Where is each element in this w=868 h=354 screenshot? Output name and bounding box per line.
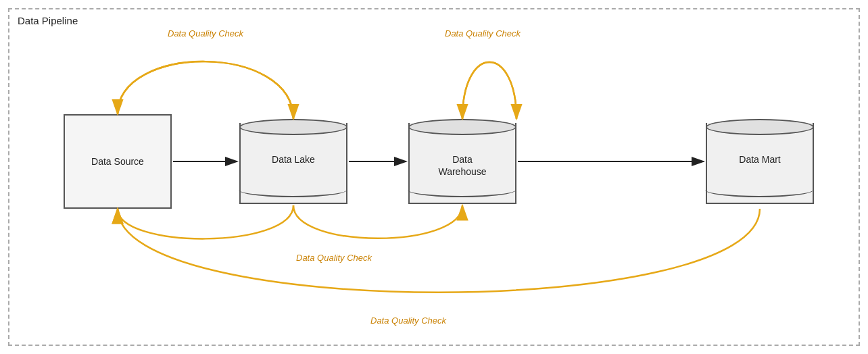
data-lake-top	[239, 119, 347, 135]
qc-label-bottom-middle: Data Quality Check	[266, 253, 402, 263]
data-warehouse-bottom	[408, 182, 516, 197]
qc-label-top-left: Data Quality Check	[138, 28, 273, 39]
data-warehouse-label: DataWarehouse	[438, 153, 486, 178]
data-source-label: Data Source	[91, 156, 144, 167]
data-lake-label: Data Lake	[272, 153, 315, 166]
data-mart-label: Data Mart	[739, 153, 780, 166]
data-mart-node: Data Mart	[706, 109, 814, 211]
data-warehouse-top	[408, 119, 516, 135]
pipeline-label: Data Pipeline	[18, 15, 78, 26]
data-lake-node: Data Lake	[239, 109, 347, 211]
qc-arrow-bottom-full	[118, 209, 760, 293]
qc-label-bottom-full: Data Quality Check	[334, 315, 483, 326]
diagram-container: Data Pipeline Data Source Data Lake Data…	[8, 8, 860, 346]
data-lake-bottom	[239, 182, 347, 197]
data-mart-top	[706, 119, 814, 135]
qc-label-top-right: Data Quality Check	[415, 28, 550, 39]
data-mart-bottom	[705, 182, 813, 197]
data-warehouse-node: DataWarehouse	[408, 109, 516, 211]
data-source-node: Data Source	[64, 114, 172, 209]
